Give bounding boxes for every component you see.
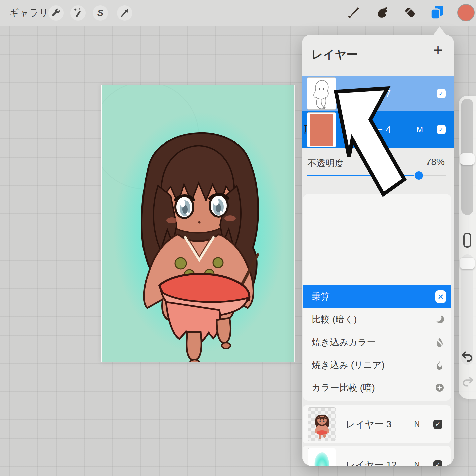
blend-mode-darken[interactable]: 比較 (暗く) [303, 308, 451, 331]
layer-12-visibility-checkbox[interactable]: ✓ [433, 460, 442, 466]
layer-3-thumbnail-art [308, 408, 336, 441]
top-toolbar: ギャラリー S [0, 0, 476, 26]
panel-pointer-triangle [433, 26, 446, 35]
canvas-sidebar [459, 96, 476, 399]
blend-mode-multiply[interactable]: 乗算 [303, 285, 451, 308]
blend-mode-darker-color-label: カラー比較 (暗) [312, 376, 375, 399]
circle-star-icon [434, 382, 445, 393]
opacity-slider-knob[interactable] [415, 171, 423, 180]
adjustments-button[interactable] [70, 5, 86, 21]
pointer-arrow-annotation [328, 80, 415, 205]
droplet-slash-icon [434, 337, 445, 348]
blend-mode-color-burn-label: 焼き込みカラー [312, 331, 376, 354]
smudge-tool-button[interactable] [374, 5, 391, 21]
procreate-app: ギャラリー S [0, 0, 476, 476]
layers-panel-title: レイヤー [311, 47, 358, 62]
layer-row-3[interactable]: レイヤー 3 N ✓ [303, 405, 451, 443]
drawing-canvas[interactable] [101, 85, 295, 362]
layer-12-name: レイヤー 12 [346, 446, 397, 466]
crescent-moon-icon [434, 314, 445, 325]
blend-mode-linear-burn[interactable]: 焼き込み (リニア) [303, 354, 451, 376]
blend-mode-darken-label: 比較 (暗く) [312, 308, 357, 331]
transform-arrow-icon [119, 7, 130, 19]
layers-tool-button[interactable] [429, 5, 446, 21]
transform-button[interactable] [117, 5, 132, 21]
layer-12-thumbnail-art [308, 448, 336, 466]
selection-button[interactable]: S [93, 5, 108, 21]
undo-button[interactable] [461, 351, 474, 365]
redo-icon [461, 384, 474, 390]
opacity-value: 78% [426, 157, 445, 167]
selection-s-icon: S [97, 8, 103, 18]
layer-3-visibility-checkbox[interactable]: ✓ [433, 420, 442, 429]
layer-4-blend-letter[interactable]: M [417, 111, 423, 148]
layer-row-12[interactable]: レイヤー 12 N ✓ [303, 446, 451, 466]
modify-button[interactable] [463, 233, 471, 248]
chibi-character-artwork [102, 85, 294, 362]
undo-icon [461, 359, 474, 365]
layers-icon [429, 4, 445, 22]
blend-mode-list: 乗算 比較 (暗く) 焼き込みカラー 焼き込み (リニア) [303, 194, 451, 401]
brush-opacity-slider[interactable] [461, 254, 473, 365]
multiply-badge-icon [435, 290, 446, 303]
brush-icon [346, 5, 361, 21]
layer-12-blend-letter[interactable]: N [414, 446, 420, 466]
layer-7-visibility-checkbox[interactable]: ✓ [437, 89, 446, 98]
eraser-tool-button[interactable] [402, 5, 418, 21]
layer-3-blend-letter[interactable]: N [414, 405, 420, 443]
active-color-swatch[interactable] [457, 4, 475, 21]
layer-12-thumbnail[interactable] [308, 448, 336, 466]
layer-4-visibility-checkbox[interactable]: ✓ [437, 125, 446, 134]
flame-icon [434, 359, 445, 371]
actions-wrench-button[interactable] [48, 5, 64, 21]
magic-wand-icon [72, 7, 84, 19]
brush-opacity-slider-knob[interactable] [460, 258, 475, 269]
smudge-finger-icon [375, 5, 390, 21]
add-layer-button[interactable]: + [429, 41, 447, 59]
blend-mode-darker-color[interactable]: カラー比較 (暗) [303, 376, 451, 399]
layer-3-name: レイヤー 3 [346, 405, 391, 443]
brush-tool-button[interactable] [345, 5, 362, 21]
blend-mode-color-burn[interactable]: 焼き込みカラー [303, 331, 451, 354]
redo-button[interactable] [461, 376, 474, 390]
eraser-icon [402, 5, 418, 21]
layer-3-thumbnail[interactable] [308, 407, 336, 441]
wrench-icon [50, 7, 62, 19]
blend-mode-linear-burn-label: 焼き込み (リニア) [312, 354, 385, 376]
blend-mode-multiply-label: 乗算 [312, 285, 330, 308]
brush-size-slider-knob[interactable] [460, 153, 475, 165]
